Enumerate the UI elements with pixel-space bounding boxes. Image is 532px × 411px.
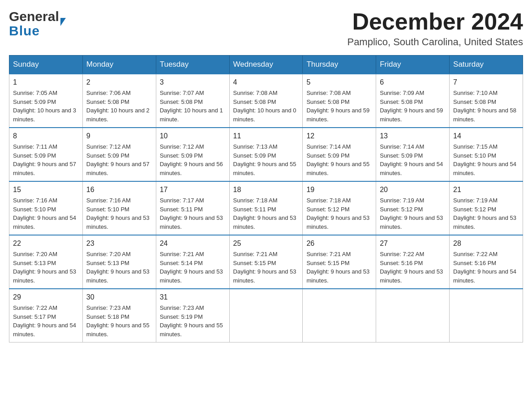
- table-row: 14Sunrise: 7:15 AMSunset: 5:10 PMDayligh…: [450, 128, 523, 181]
- day-number: 3: [160, 77, 226, 88]
- day-number: 17: [160, 184, 226, 195]
- location-subtitle: Pamplico, South Carolina, United States: [347, 36, 523, 48]
- table-row: 25Sunrise: 7:21 AMSunset: 5:15 PMDayligh…: [229, 235, 303, 289]
- table-row: 11Sunrise: 7:13 AMSunset: 5:09 PMDayligh…: [229, 128, 303, 181]
- day-number: 29: [13, 292, 79, 303]
- day-number: 6: [380, 77, 446, 88]
- col-sunday: Sunday: [9, 56, 83, 74]
- table-row: 20Sunrise: 7:19 AMSunset: 5:12 PMDayligh…: [376, 181, 450, 235]
- table-row: [376, 289, 450, 342]
- table-row: 9Sunrise: 7:12 AMSunset: 5:09 PMDaylight…: [82, 128, 156, 181]
- table-row: 21Sunrise: 7:19 AMSunset: 5:12 PMDayligh…: [450, 181, 523, 235]
- table-row: 22Sunrise: 7:20 AMSunset: 5:13 PMDayligh…: [9, 235, 83, 289]
- day-number: 9: [86, 131, 152, 141]
- table-row: 15Sunrise: 7:16 AMSunset: 5:10 PMDayligh…: [9, 181, 83, 235]
- table-row: 1Sunrise: 7:05 AMSunset: 5:09 PMDaylight…: [9, 74, 83, 128]
- day-number: 5: [306, 77, 372, 88]
- col-saturday: Saturday: [450, 56, 523, 74]
- day-number: 11: [233, 131, 299, 141]
- day-number: 25: [233, 238, 299, 249]
- calendar-week-row: 29Sunrise: 7:22 AMSunset: 5:17 PMDayligh…: [9, 289, 523, 342]
- day-number: 19: [306, 184, 372, 195]
- title-area: December 2024 Pamplico, South Carolina, …: [347, 9, 523, 48]
- day-number: 20: [380, 184, 446, 195]
- day-number: 28: [453, 238, 519, 249]
- logo-blue-text: Blue: [9, 24, 66, 38]
- table-row: 3Sunrise: 7:07 AMSunset: 5:08 PMDaylight…: [156, 74, 229, 128]
- day-number: 26: [306, 238, 372, 249]
- calendar-table: Sunday Monday Tuesday Wednesday Thursday…: [9, 55, 523, 342]
- table-row: [450, 289, 523, 342]
- day-number: 13: [380, 131, 446, 141]
- table-row: 29Sunrise: 7:22 AMSunset: 5:17 PMDayligh…: [9, 289, 83, 342]
- day-number: 23: [86, 238, 152, 249]
- month-title: December 2024: [347, 9, 523, 34]
- day-number: 8: [13, 131, 79, 141]
- day-number: 4: [233, 77, 299, 88]
- col-thursday: Thursday: [303, 56, 376, 74]
- day-number: 7: [453, 77, 519, 88]
- day-number: 27: [380, 238, 446, 249]
- day-number: 30: [86, 292, 152, 303]
- day-number: 12: [306, 131, 372, 141]
- table-row: [229, 289, 303, 342]
- day-number: 21: [453, 184, 519, 195]
- day-number: 16: [86, 184, 152, 195]
- table-row: 17Sunrise: 7:17 AMSunset: 5:11 PMDayligh…: [156, 181, 229, 235]
- table-row: 30Sunrise: 7:23 AMSunset: 5:18 PMDayligh…: [82, 289, 156, 342]
- calendar-week-row: 15Sunrise: 7:16 AMSunset: 5:10 PMDayligh…: [9, 181, 523, 235]
- table-row: 23Sunrise: 7:20 AMSunset: 5:13 PMDayligh…: [82, 235, 156, 289]
- calendar-week-row: 8Sunrise: 7:11 AMSunset: 5:09 PMDaylight…: [9, 128, 523, 181]
- day-number: 10: [160, 131, 226, 141]
- day-number: 2: [86, 77, 152, 88]
- logo: General Blue: [9, 9, 66, 38]
- table-row: 7Sunrise: 7:10 AMSunset: 5:08 PMDaylight…: [450, 74, 523, 128]
- day-number: 1: [13, 77, 79, 88]
- col-friday: Friday: [376, 56, 450, 74]
- col-wednesday: Wednesday: [229, 56, 303, 74]
- table-row: 26Sunrise: 7:21 AMSunset: 5:15 PMDayligh…: [303, 235, 376, 289]
- logo-general-text: General: [9, 9, 59, 24]
- day-number: 14: [453, 131, 519, 141]
- table-row: 31Sunrise: 7:23 AMSunset: 5:19 PMDayligh…: [156, 289, 229, 342]
- col-tuesday: Tuesday: [156, 56, 229, 74]
- day-number: 24: [160, 238, 226, 249]
- table-row: 28Sunrise: 7:22 AMSunset: 5:16 PMDayligh…: [450, 235, 523, 289]
- table-row: 5Sunrise: 7:08 AMSunset: 5:08 PMDaylight…: [303, 74, 376, 128]
- calendar-week-row: 1Sunrise: 7:05 AMSunset: 5:09 PMDaylight…: [9, 74, 523, 128]
- day-number: 18: [233, 184, 299, 195]
- table-row: 16Sunrise: 7:16 AMSunset: 5:10 PMDayligh…: [82, 181, 156, 235]
- table-row: 6Sunrise: 7:09 AMSunset: 5:08 PMDaylight…: [376, 74, 450, 128]
- table-row: 19Sunrise: 7:18 AMSunset: 5:12 PMDayligh…: [303, 181, 376, 235]
- table-row: [303, 289, 376, 342]
- calendar-week-row: 22Sunrise: 7:20 AMSunset: 5:13 PMDayligh…: [9, 235, 523, 289]
- table-row: 12Sunrise: 7:14 AMSunset: 5:09 PMDayligh…: [303, 128, 376, 181]
- table-row: 13Sunrise: 7:14 AMSunset: 5:09 PMDayligh…: [376, 128, 450, 181]
- day-number: 31: [160, 292, 226, 303]
- table-row: 27Sunrise: 7:22 AMSunset: 5:16 PMDayligh…: [376, 235, 450, 289]
- day-number: 22: [13, 238, 79, 249]
- table-row: 24Sunrise: 7:21 AMSunset: 5:14 PMDayligh…: [156, 235, 229, 289]
- page-header: General Blue December 2024 Pamplico, Sou…: [9, 9, 523, 48]
- table-row: 4Sunrise: 7:08 AMSunset: 5:08 PMDaylight…: [229, 74, 303, 128]
- calendar-header-row: Sunday Monday Tuesday Wednesday Thursday…: [9, 56, 523, 74]
- table-row: 10Sunrise: 7:12 AMSunset: 5:09 PMDayligh…: [156, 128, 229, 181]
- day-number: 15: [13, 184, 79, 195]
- table-row: 2Sunrise: 7:06 AMSunset: 5:08 PMDaylight…: [82, 74, 156, 128]
- table-row: 18Sunrise: 7:18 AMSunset: 5:11 PMDayligh…: [229, 181, 303, 235]
- col-monday: Monday: [82, 56, 156, 74]
- table-row: 8Sunrise: 7:11 AMSunset: 5:09 PMDaylight…: [9, 128, 83, 181]
